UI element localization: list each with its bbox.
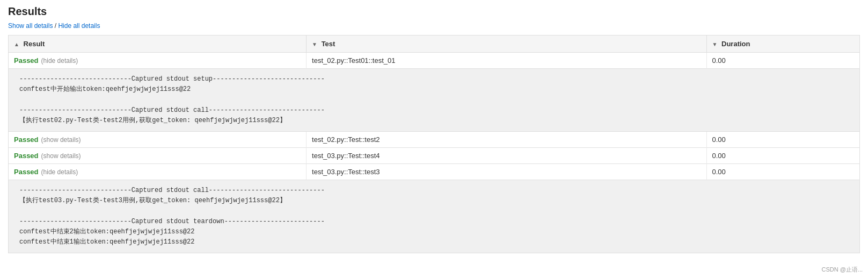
- detail-toggle[interactable]: (show details): [41, 152, 81, 160]
- duration-cell: 0.00: [706, 131, 860, 147]
- detail-cell: -----------------------------Captured st…: [9, 180, 860, 253]
- detail-toggle[interactable]: (show details): [41, 136, 81, 144]
- header-row: ▲ Result ▼ Test ▼ Duration: [9, 35, 860, 53]
- col-test-label: Test: [322, 40, 335, 48]
- result-cell: Passed(show details): [9, 147, 307, 163]
- result-cell: Passed(hide details): [9, 53, 307, 69]
- show-all-details-link[interactable]: Show all details: [8, 22, 53, 30]
- detail-row: -----------------------------Captured st…: [9, 69, 860, 132]
- duration-cell: 0.00: [706, 147, 860, 163]
- detail-toggle[interactable]: (hide details): [41, 57, 78, 65]
- duration-cell: 0.00: [706, 53, 860, 69]
- hide-all-details-link[interactable]: Hide all details: [58, 22, 100, 30]
- page-title: Results: [8, 5, 860, 18]
- detail-cell: -----------------------------Captured st…: [9, 69, 860, 132]
- status-badge: Passed: [14, 152, 39, 160]
- status-badge: Passed: [14, 56, 39, 65]
- separator: /: [53, 22, 58, 30]
- result-cell: Passed(show details): [9, 131, 307, 147]
- detail-toggle[interactable]: (hide details): [41, 168, 78, 176]
- test-cell: test_02.py::Test::test2: [307, 131, 706, 147]
- detail-content: -----------------------------Captured st…: [9, 69, 859, 131]
- col-result-label: Result: [24, 40, 45, 48]
- duration-cell: 0.00: [706, 163, 860, 180]
- result-cell: Passed(hide details): [9, 163, 307, 180]
- toggle-links-bar: Show all details / Hide all details: [8, 22, 860, 30]
- col-header-duration[interactable]: ▼ Duration: [706, 35, 860, 53]
- table-header: ▲ Result ▼ Test ▼ Duration: [9, 35, 860, 53]
- table-row: Passed(show details)test_02.py::Test::te…: [9, 131, 860, 147]
- col-header-test[interactable]: ▼ Test: [307, 35, 706, 53]
- detail-toggle-link[interactable]: (hide details): [41, 57, 78, 65]
- status-badge: Passed: [14, 136, 39, 144]
- detail-toggle-link[interactable]: (show details): [41, 152, 81, 160]
- detail-content: -----------------------------Captured st…: [9, 180, 859, 253]
- test-cell: test_03.py::Test::test3: [307, 163, 706, 180]
- sort-asc-icon: ▲: [14, 41, 19, 47]
- table-row: Passed(show details)test_03.py::Test::te…: [9, 147, 860, 163]
- sort-desc-icon-duration: ▼: [712, 41, 718, 47]
- col-header-result[interactable]: ▲ Result: [9, 35, 307, 53]
- status-badge: Passed: [14, 168, 39, 176]
- col-duration-label: Duration: [721, 40, 750, 48]
- test-cell: test_02.py::Test01::test_01: [307, 53, 706, 69]
- detail-row: -----------------------------Captured st…: [9, 180, 860, 253]
- test-cell: test_03.py::Test::test4: [307, 147, 706, 163]
- detail-toggle-link[interactable]: (show details): [41, 136, 81, 144]
- results-table: ▲ Result ▼ Test ▼ Duration Passed(hide d…: [8, 35, 860, 253]
- sort-desc-icon-test: ▼: [312, 41, 317, 47]
- detail-toggle-link[interactable]: (hide details): [41, 168, 78, 176]
- page-container: Results Show all details / Hide all deta…: [0, 0, 868, 259]
- table-body: Passed(hide details)test_02.py::Test01::…: [9, 53, 860, 253]
- table-row: Passed(hide details)test_02.py::Test01::…: [9, 53, 860, 69]
- table-row: Passed(hide details)test_03.py::Test::te…: [9, 163, 860, 180]
